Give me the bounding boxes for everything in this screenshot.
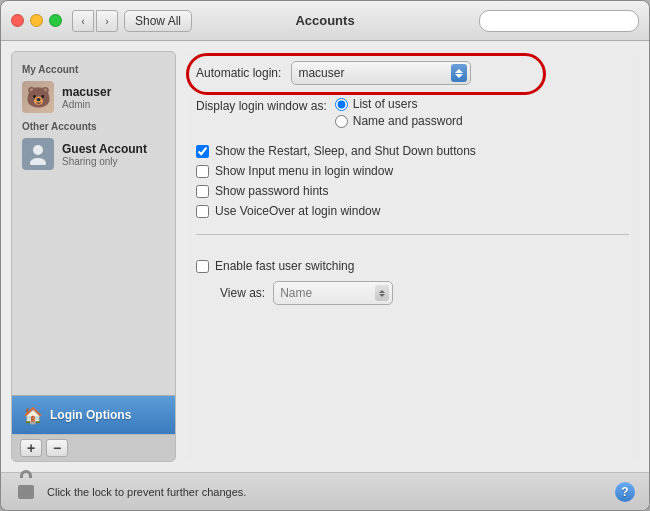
checkbox-voiceover[interactable]: Use VoiceOver at login window [196,204,629,218]
guest-item[interactable]: Guest Account Sharing only [12,134,175,174]
guest-name: Guest Account [62,142,147,156]
checkbox-password-hints-label: Show password hints [215,184,328,198]
svg-point-1 [30,158,46,165]
checkbox-voiceover-label: Use VoiceOver at login window [215,204,380,218]
remove-account-button[interactable]: − [46,439,68,457]
macuser-avatar: 🐻 [22,81,54,113]
macuser-avatar-icon: 🐻 [26,85,51,109]
checkbox-input-menu[interactable]: Show Input menu in login window [196,164,629,178]
sidebar: My Account 🐻 macuser Admin Other Account… [11,51,176,462]
settings-panel: Automatic login: macuser Display login w… [186,51,639,462]
login-options-label: Login Options [50,408,131,422]
checkbox-input-menu-input[interactable] [196,165,209,178]
display-login-row: Display login window as: List of users N… [196,97,629,128]
radio-name-password-label: Name and password [353,114,463,128]
radio-list-of-users: List of users [335,97,463,111]
macuser-info: macuser Admin [62,85,111,110]
checkbox-restart-sleep-label: Show the Restart, Sleep, and Shut Down b… [215,144,476,158]
lock-body [18,485,34,499]
radio-list-of-users-label: List of users [353,97,418,111]
checkbox-restart-sleep-input[interactable] [196,145,209,158]
show-all-button[interactable]: Show All [124,10,192,32]
search-input[interactable] [479,10,639,32]
maximize-button[interactable] [49,14,62,27]
checkbox-voiceover-input[interactable] [196,205,209,218]
minimize-button[interactable] [30,14,43,27]
radio-list-of-users-input[interactable] [335,98,348,111]
help-button[interactable]: ? [615,482,635,502]
view-as-select-wrapper: Name Short Name Icon [273,281,393,305]
checkbox-password-hints[interactable]: Show password hints [196,184,629,198]
close-button[interactable] [11,14,24,27]
checkbox-restart-sleep[interactable]: Show the Restart, Sleep, and Shut Down b… [196,144,629,158]
checkbox-fast-switching-label: Enable fast user switching [215,259,354,273]
view-as-label: View as: [220,286,265,300]
checkbox-password-hints-input[interactable] [196,185,209,198]
checkbox-input-menu-label: Show Input menu in login window [215,164,393,178]
fast-switching-section: Enable fast user switching View as: Name… [196,259,629,305]
lock-icon[interactable] [15,479,37,505]
sidebar-accounts-list: My Account 🐻 macuser Admin Other Account… [12,52,175,395]
checkbox-fast-switching-input[interactable] [196,260,209,273]
macuser-name: macuser [62,85,111,99]
display-login-label: Display login window as: [196,97,327,113]
view-as-row: View as: Name Short Name Icon [220,281,629,305]
guest-info: Guest Account Sharing only [62,142,147,167]
traffic-lights [11,14,62,27]
macuser-item[interactable]: 🐻 macuser Admin [12,77,175,117]
radio-name-password-input[interactable] [335,115,348,128]
checkboxes-section: Show the Restart, Sleep, and Shut Down b… [196,144,629,218]
add-account-button[interactable]: + [20,439,42,457]
bottom-bar: Click the lock to prevent further change… [1,472,649,510]
autologin-select[interactable]: macuser [291,61,471,85]
nav-buttons: ‹ › [72,10,118,32]
main-content: My Account 🐻 macuser Admin Other Account… [1,41,649,472]
checkbox-fast-switching[interactable]: Enable fast user switching [196,259,629,273]
house-icon: 🏠 [22,404,44,426]
forward-button[interactable]: › [96,10,118,32]
guest-role: Sharing only [62,156,147,167]
guest-avatar-icon [27,143,49,165]
back-button[interactable]: ‹ [72,10,94,32]
svg-point-0 [33,145,43,155]
titlebar: ‹ › Show All Accounts [1,1,649,41]
autologin-select-wrapper: macuser [291,61,471,85]
window-title: Accounts [295,13,354,28]
macuser-role: Admin [62,99,111,110]
accounts-window: ‹ › Show All Accounts My Account 🐻 macus… [0,0,650,511]
guest-avatar [22,138,54,170]
view-as-select[interactable]: Name Short Name Icon [273,281,393,305]
separator [196,234,629,235]
my-account-label: My Account [12,60,175,77]
radio-name-password: Name and password [335,114,463,128]
autologin-label: Automatic login: [196,66,281,80]
lock-text: Click the lock to prevent further change… [47,486,605,498]
autologin-row: Automatic login: macuser [196,61,629,85]
login-options-button[interactable]: 🏠 Login Options [12,395,175,434]
other-accounts-label: Other Accounts [12,117,175,134]
sidebar-bottom-controls: + − [12,434,175,461]
lock-shackle [20,470,32,478]
display-login-radio-group: List of users Name and password [335,97,463,128]
